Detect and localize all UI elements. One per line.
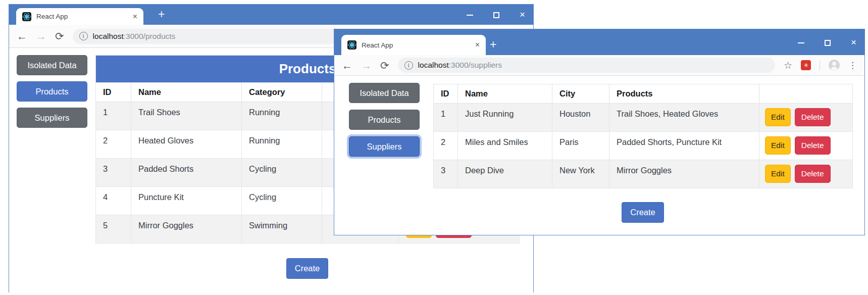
table-cell: 4 (96, 187, 131, 215)
back-arrow-icon[interactable]: ← (342, 60, 352, 71)
row-actions-cell: EditDelete (759, 104, 853, 132)
table-cell: New York (552, 160, 609, 188)
maximize-icon[interactable] (825, 40, 831, 46)
column-header-name: Name (131, 83, 242, 102)
table-cell: Mirror Goggles (131, 215, 242, 243)
create-button[interactable]: Create (286, 258, 329, 279)
table-cell: Just Running (458, 104, 552, 132)
sidebar-nav: Isolated DataProductsSuppliers (17, 55, 87, 134)
close-icon[interactable]: × (520, 12, 525, 19)
url-path: :3000/products (124, 32, 176, 40)
url-text[interactable]: localhost:3000/suppliers (418, 61, 502, 70)
table-cell: Padded Shorts, Puncture Kit (609, 132, 759, 160)
url-host: localhost (418, 61, 449, 69)
table-cell: Puncture Kit (131, 187, 242, 215)
titlebar[interactable]: React App × + × (334, 29, 864, 55)
url-text[interactable]: localhost:3000/products (93, 32, 176, 41)
table-cell: Running (242, 102, 322, 130)
edit-button[interactable]: Edit (765, 136, 791, 155)
sidebar-item-products[interactable]: Products (349, 110, 420, 130)
overflow-menu-icon[interactable]: ⋮ (848, 60, 857, 71)
column-header-city: City (552, 84, 609, 104)
extension-icon[interactable]: ✳ (801, 60, 811, 70)
table-cell: Trail Shoes (131, 102, 242, 130)
table-cell: 1 (96, 102, 131, 130)
titlebar[interactable]: React App × + × (9, 5, 533, 25)
table-row: 3Deep DiveNew YorkMirror GogglesEditDele… (434, 160, 853, 188)
column-header-id: ID (96, 83, 131, 102)
site-info-icon[interactable]: i (404, 61, 413, 70)
column-header-products: Products (609, 84, 759, 104)
new-tab-button[interactable]: + (490, 39, 496, 51)
tab-close-icon[interactable]: × (475, 41, 480, 49)
refresh-icon[interactable]: ⟳ (380, 60, 389, 71)
create-button[interactable]: Create (622, 202, 664, 223)
table-cell: Paris (552, 132, 609, 160)
profile-avatar[interactable] (829, 60, 840, 71)
forward-arrow-icon[interactable]: → (361, 60, 372, 71)
edit-button[interactable]: Edit (765, 108, 791, 126)
table-cell: Running (242, 130, 322, 159)
row-actions-cell: EditDelete (759, 132, 853, 160)
table-row: 1Just RunningHoustonTrail Shoes, Heated … (434, 104, 853, 132)
browser-toolbar: ← → ⟳ i localhost:3000/suppliers ☆ ✳ ⋮ (334, 55, 864, 76)
minimize-icon[interactable] (467, 15, 473, 16)
forward-arrow-icon[interactable]: → (36, 31, 46, 41)
edit-button[interactable]: Edit (765, 165, 791, 183)
table-cell: 1 (434, 104, 458, 132)
browser-window-suppliers: React App × + × ← → ⟳ i localhost:3000/s… (334, 29, 865, 235)
create-button-row: Create (433, 202, 852, 223)
table-cell: Trail Shoes, Heated Gloves (609, 104, 759, 132)
table-cell: Padded Shorts (131, 159, 242, 187)
minimize-icon[interactable] (798, 42, 804, 43)
toolbar-divider (820, 60, 820, 70)
table-cell: Heated Gloves (131, 130, 242, 159)
delete-button[interactable]: Delete (795, 165, 831, 183)
table-cell: Cycling (242, 187, 322, 215)
data-table: IDNameCityProducts1Just RunningHoustonTr… (433, 84, 853, 188)
table-cell: Deep Dive (458, 160, 552, 188)
refresh-icon[interactable]: ⟳ (55, 31, 64, 41)
screenshot-stage: React App × + × ← → ⟳ i localhost:3000/p… (0, 0, 868, 295)
sidebar-item-isolated-data[interactable]: Isolated Data (349, 83, 420, 103)
table-cell: Cycling (242, 159, 322, 187)
sidebar-item-suppliers[interactable]: Suppliers (17, 108, 87, 128)
tab-close-icon[interactable]: × (133, 13, 137, 21)
column-header-category: Category (242, 83, 322, 102)
table-cell: Miles and Smiles (458, 132, 552, 160)
column-header-name: Name (458, 84, 552, 104)
window-controls: × (467, 12, 525, 19)
back-arrow-icon[interactable]: ← (17, 31, 27, 41)
browser-tab[interactable]: React App × (341, 35, 486, 55)
react-logo-icon (347, 40, 356, 50)
table-cell: Houston (552, 104, 609, 132)
column-header-id: ID (434, 84, 458, 104)
sidebar-item-isolated-data[interactable]: Isolated Data (17, 55, 87, 75)
url-host: localhost (93, 32, 124, 40)
address-bar[interactable]: i localhost:3000/suppliers (398, 58, 775, 73)
sidebar-item-products[interactable]: Products (17, 81, 87, 102)
sidebar-nav: Isolated DataProductsSuppliers (349, 83, 420, 163)
table-row: 2Miles and SmilesParisPadded Shorts, Pun… (434, 132, 853, 160)
close-icon[interactable]: × (851, 39, 856, 46)
tab-title: React App (362, 41, 470, 49)
page-content: Isolated DataProductsSuppliers IDNameCit… (334, 76, 864, 235)
site-info-icon[interactable]: i (79, 32, 88, 40)
maximize-icon[interactable] (493, 12, 499, 18)
delete-button[interactable]: Delete (795, 136, 831, 155)
url-path: :3000/suppliers (449, 61, 502, 69)
delete-button[interactable]: Delete (795, 108, 831, 126)
window-controls: × (798, 39, 856, 46)
suppliers-table: IDNameCityProducts1Just RunningHoustonTr… (433, 84, 852, 188)
row-actions-cell: EditDelete (759, 160, 853, 188)
table-cell: 2 (96, 130, 131, 159)
table-cell: 3 (434, 160, 458, 188)
sidebar-item-suppliers[interactable]: Suppliers (349, 136, 420, 157)
react-logo-icon (22, 12, 31, 21)
new-tab-button[interactable]: + (158, 9, 165, 20)
table-cell: 5 (96, 215, 131, 243)
table-cell: 3 (96, 159, 131, 187)
create-button-row: Create (95, 258, 519, 279)
bookmark-star-icon[interactable]: ☆ (784, 60, 792, 71)
browser-tab[interactable]: React App × (16, 8, 143, 25)
